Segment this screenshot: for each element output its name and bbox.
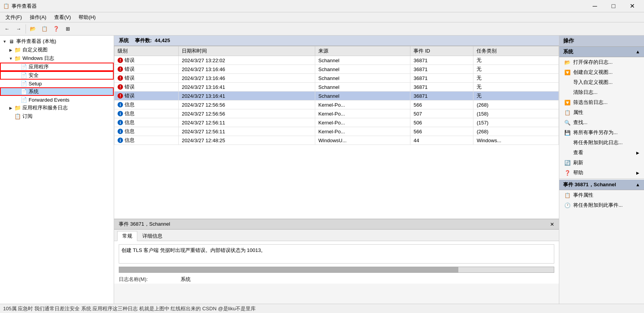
cell-level: ! 错误 — [114, 74, 179, 83]
action-find[interactable]: 🔍 查找... — [559, 117, 644, 128]
action-view[interactable]: 查看 ▶ — [559, 148, 644, 158]
system-section-collapse-icon[interactable]: ▲ — [635, 49, 640, 54]
menu-file[interactable]: 文件(F) — [2, 13, 26, 22]
events-table: 级别 日期和时间 来源 事件 ID 任务类别 ! 错误2024/3/27 13:… — [114, 46, 559, 145]
info-icon: i — [118, 138, 123, 143]
sidebar-item-subscriptions[interactable]: 📋 订阅 — [0, 112, 114, 121]
action-filter-log[interactable]: 🔽 筛选当前日志... — [559, 97, 644, 107]
back-button[interactable]: ← — [2, 24, 12, 34]
sidebar-item-application[interactable]: 📄 应用程序 — [0, 63, 114, 71]
table-row[interactable]: ! 错误2024/3/27 13:22:02Schannel36871无 — [114, 56, 559, 65]
action-properties-icon: 📋 — [564, 109, 571, 116]
event-properties-icon: 📋 — [564, 192, 571, 198]
action-save-all[interactable]: 💾 将所有事件另存为... — [559, 128, 644, 138]
cell-source: Schannel — [315, 74, 410, 83]
table-row[interactable]: i 信息2024/3/27 12:56:56Kernel-Po...507(15… — [114, 109, 559, 118]
cell-level: ! 错误 — [114, 56, 179, 65]
view-icon — [564, 150, 571, 156]
cell-eventid: 36871 — [410, 56, 473, 65]
main-area: ▼ 🖥 事件查看器 (本地) ▶ 📁 自定义视图 ▼ 📁 Windows 日志 … — [0, 36, 644, 304]
open-icon: 📂 — [30, 26, 36, 32]
grid-icon: ⊞ — [66, 26, 70, 32]
action-help[interactable]: ❓ 帮助 ▶ — [559, 168, 644, 178]
find-icon: 🔍 — [564, 119, 571, 126]
level-text: 信息 — [123, 119, 135, 125]
sidebar-item-system[interactable]: 📄 系统 — [0, 87, 114, 96]
table-row[interactable]: ! 错误2024/3/27 13:16:46Schannel36871无 — [114, 74, 559, 83]
left-panel: ▼ 🖥 事件查看器 (本地) ▶ 📁 自定义视图 ▼ 📁 Windows 日志 … — [0, 36, 114, 304]
table-row[interactable]: i 信息2024/3/27 12:56:56Kernel-Po...566(26… — [114, 100, 559, 109]
sidebar-item-windows-logs[interactable]: ▼ 📁 Windows 日志 — [0, 54, 114, 63]
action-refresh[interactable]: 🔄 刷新 — [559, 158, 644, 168]
detail-title: 事件 36871，Schannel — [119, 221, 170, 228]
window-controls: ─ □ ✕ — [586, 0, 641, 12]
action-properties[interactable]: 📋 属性 — [559, 107, 644, 117]
close-button[interactable]: ✕ — [623, 0, 641, 12]
table-header-row: 级别 日期和时间 来源 事件 ID 任务类别 — [114, 46, 559, 56]
table-row[interactable]: i 信息2024/3/27 12:56:11Kernel-Po...506(15… — [114, 118, 559, 127]
cell-level: i 信息 — [114, 100, 179, 109]
level-text: 错误 — [123, 66, 135, 72]
menu-help[interactable]: 帮助(H) — [75, 13, 99, 22]
cell-level: i 信息 — [114, 136, 179, 145]
tree-root-node[interactable]: ▼ 🖥 事件查看器 (本地) — [0, 37, 114, 46]
windows-logs-folder-icon: 📁 — [14, 55, 21, 61]
properties-button[interactable]: 📋 — [39, 24, 50, 34]
cell-datetime: 2024/3/27 12:56:56 — [178, 109, 315, 118]
cell-eventid: 506 — [410, 118, 473, 127]
error-icon: ! — [118, 58, 123, 63]
menu-action[interactable]: 操作(A) — [26, 13, 50, 22]
subscriptions-icon: 📋 — [14, 113, 21, 119]
action-import-custom[interactable]: 导入自定义视图... — [559, 77, 644, 87]
actions-header: 操作 — [559, 36, 644, 47]
grid-button[interactable]: ⊞ — [62, 24, 73, 34]
action-open-saved[interactable]: 📂 打开保存的日志... — [559, 57, 644, 67]
sidebar-item-custom-views[interactable]: ▶ 📁 自定义视图 — [0, 46, 114, 54]
cell-datetime: 2024/3/27 13:16:41 — [178, 92, 315, 100]
minimize-button[interactable]: ─ — [586, 0, 604, 12]
action-clear-log[interactable]: 清除日志... — [559, 87, 644, 97]
menu-view[interactable]: 查看(V) — [50, 13, 75, 22]
custom-views-label: 自定义视图 — [22, 46, 48, 53]
info-icon: i — [118, 129, 123, 134]
tree-root: ▼ 🖥 事件查看器 (本地) ▶ 📁 自定义视图 ▼ 📁 Windows 日志 … — [0, 36, 114, 122]
action-event-properties[interactable]: 📋 事件属性 — [559, 190, 644, 200]
level-text: 错误 — [123, 93, 135, 99]
table-row[interactable]: ! 错误2024/3/27 13:16:46Schannel36871无 — [114, 65, 559, 74]
custom-views-folder-icon: 📁 — [14, 47, 21, 53]
attach-task-event-icon: 🕐 — [564, 202, 571, 208]
events-table-wrapper: 级别 日期和时间 来源 事件 ID 任务类别 ! 错误2024/3/27 13:… — [114, 46, 559, 219]
table-row[interactable]: ! 错误2024/3/27 13:16:41Schannel36871无 — [114, 83, 559, 92]
root-expand-icon: ▼ — [2, 39, 8, 44]
forward-button[interactable]: → — [13, 24, 24, 34]
cell-eventid: 507 — [410, 109, 473, 118]
log-name: 系统 — [119, 37, 129, 44]
info-icon: i — [118, 102, 123, 107]
sidebar-item-forwarded-events[interactable]: 📄 Forwarded Events — [0, 96, 114, 104]
sidebar-item-app-service-logs[interactable]: ▶ 📁 应用程序和服务日志 — [0, 104, 114, 112]
level-text: 信息 — [123, 102, 135, 107]
table-row[interactable]: ! 错误2024/3/27 13:16:41Schannel36871无 — [114, 92, 559, 100]
cell-level: i 信息 — [114, 109, 179, 118]
tab-general[interactable]: 常规 — [117, 231, 137, 241]
open-button[interactable]: 📂 — [27, 24, 38, 34]
action-create-custom[interactable]: 🔽 创建自定义视图... — [559, 67, 644, 77]
action-attach-task-event[interactable]: 🕐 将任务附加到此事件... — [559, 200, 644, 210]
app-service-logs-label: 应用程序和服务日志 — [22, 104, 68, 111]
help-button[interactable]: ❓ — [51, 24, 61, 34]
maximize-button[interactable]: □ — [605, 0, 622, 12]
cell-task: (158) — [473, 109, 559, 118]
table-row[interactable]: i 信息2024/3/27 12:48:25WindowsU...44Windo… — [114, 136, 559, 145]
cell-source: Kernel-Po... — [315, 127, 410, 136]
sidebar-item-setup[interactable]: 📄 Setup — [0, 80, 114, 87]
tab-details[interactable]: 详细信息 — [137, 231, 167, 241]
event-section-collapse-icon[interactable]: ▲ — [635, 182, 640, 187]
detail-header: 事件 36871，Schannel ✕ — [114, 219, 559, 230]
window-title: 事件查看器 — [12, 3, 586, 10]
table-row[interactable]: i 信息2024/3/27 12:56:11Kernel-Po...566(26… — [114, 127, 559, 136]
error-icon: ! — [118, 75, 123, 81]
app-service-folder-icon: 📁 — [14, 105, 21, 111]
action-attach-task[interactable]: 将任务附加到此日志... — [559, 138, 644, 148]
detail-close-button[interactable]: ✕ — [550, 221, 554, 227]
sidebar-item-security[interactable]: 📄 安全 — [0, 71, 114, 80]
